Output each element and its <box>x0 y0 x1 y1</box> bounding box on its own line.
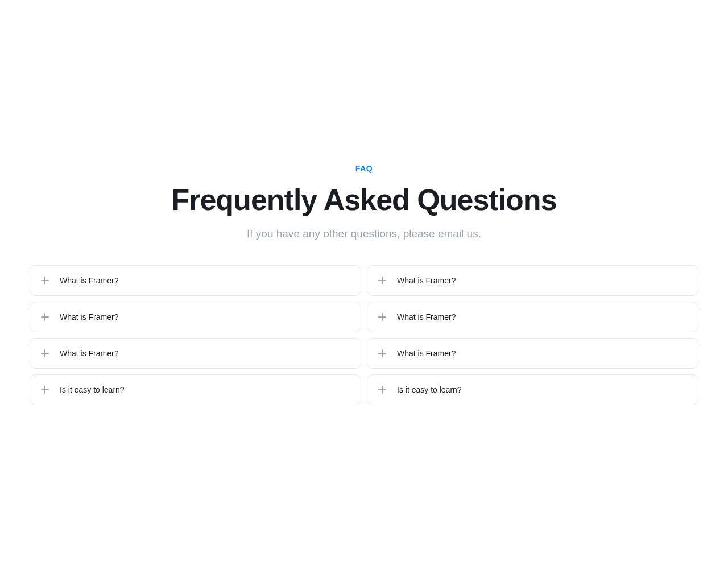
faq-grid: What is Framer? What is Framer? What is … <box>30 265 698 405</box>
faq-item[interactable]: Is it easy to learn? <box>367 374 698 405</box>
page-title: Frequently Asked Questions <box>171 183 556 217</box>
faq-question: Is it easy to learn? <box>60 385 125 394</box>
section-eyebrow: FAQ <box>355 164 373 173</box>
plus-icon <box>378 349 387 358</box>
plus-icon <box>378 276 387 285</box>
faq-item[interactable]: What is Framer? <box>367 302 698 332</box>
faq-item[interactable]: What is Framer? <box>30 302 361 332</box>
faq-question: What is Framer? <box>397 312 456 321</box>
faq-item[interactable]: What is Framer? <box>367 338 698 369</box>
faq-question: What is Framer? <box>397 276 456 285</box>
faq-question: Is it easy to learn? <box>397 385 462 394</box>
faq-question: What is Framer? <box>60 276 118 285</box>
plus-icon <box>378 312 387 321</box>
faq-question: What is Framer? <box>60 312 118 321</box>
plus-icon <box>40 349 49 358</box>
plus-icon <box>40 385 49 394</box>
plus-icon <box>40 276 49 285</box>
faq-question: What is Framer? <box>397 349 456 358</box>
faq-section: FAQ Frequently Asked Questions If you ha… <box>30 164 698 405</box>
faq-item[interactable]: What is Framer? <box>367 265 698 296</box>
plus-icon <box>40 312 49 321</box>
page-subtitle: If you have any other questions, please … <box>247 228 481 240</box>
faq-item[interactable]: Is it easy to learn? <box>30 374 361 405</box>
plus-icon <box>378 385 387 394</box>
faq-item[interactable]: What is Framer? <box>30 265 361 296</box>
faq-item[interactable]: What is Framer? <box>30 338 361 369</box>
faq-question: What is Framer? <box>60 349 118 358</box>
